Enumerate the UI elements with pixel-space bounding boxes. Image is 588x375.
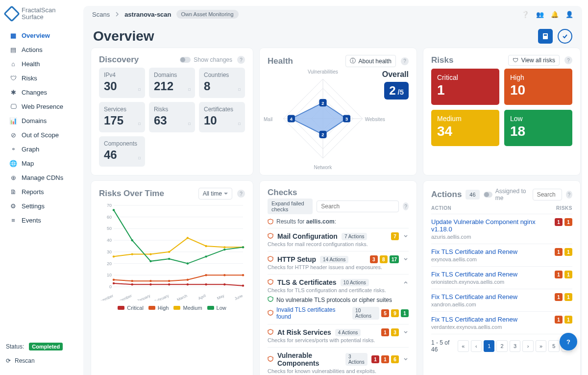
count-pill: 5 <box>381 309 389 317</box>
axis-websites: Websites <box>365 117 385 122</box>
page-count[interactable]: 5 <box>548 340 559 352</box>
page-2[interactable]: 2 <box>496 340 507 352</box>
count-pill: 3 <box>370 255 378 263</box>
help-icon[interactable]: ? <box>237 56 245 64</box>
sidebar-item-settings[interactable]: ⚙Settings <box>6 200 77 213</box>
expand-failed-button[interactable]: Expand failed checks <box>268 199 313 214</box>
chevron-right-icon <box>115 12 120 17</box>
user-icon[interactable]: 👤 <box>565 11 573 18</box>
risk-tile-low[interactable]: Low18 <box>504 110 572 146</box>
action-row[interactable]: Fix TLS Certificate and Renewxandron.ael… <box>431 289 572 312</box>
crumb-scan[interactable]: astranova-scan <box>124 11 171 18</box>
logo[interactable]: FractalScanSurface <box>6 7 77 20</box>
discovery-tile-domains[interactable]: Domains212▫ <box>149 68 195 98</box>
discovery-tile-risks[interactable]: Risks63▫ <box>149 102 195 132</box>
page-title: Overview <box>93 28 154 44</box>
sidebar-item-risks[interactable]: 🛡Risks <box>6 72 77 85</box>
toggle-icon <box>484 192 492 198</box>
sidebar-item-manage-cdns[interactable]: ⊕Manage CDNs <box>6 171 77 184</box>
discovery-tile-countries[interactable]: Countries8▫ <box>199 68 245 98</box>
discovery-tile-services[interactable]: Services175▫ <box>99 102 145 132</box>
sidebar-item-web-presence[interactable]: 🖵Web Presence <box>6 100 77 113</box>
time-range-select[interactable]: All time <box>198 188 232 200</box>
actions-count-chip: 14 Actions <box>320 256 348 263</box>
help-icon[interactable]: ? <box>401 57 409 65</box>
net-icon: ⊕ <box>10 175 17 181</box>
count-pill: 1 <box>564 293 572 301</box>
health-title: Health <box>268 56 293 66</box>
risk-tile-high[interactable]: High10 <box>504 69 572 105</box>
rescan-button[interactable]: ⟳ Rescan <box>6 355 77 366</box>
actions-card: Actions 46 Assigned to me ? ACTIONRISKS … <box>423 181 580 375</box>
svg-point-62 <box>149 260 151 262</box>
svg-text:0: 0 <box>109 284 112 289</box>
page-first[interactable]: « <box>458 340 468 352</box>
risk-tile-medium[interactable]: Medium34 <box>431 110 499 146</box>
svg-point-50 <box>223 274 225 276</box>
sidebar-item-map[interactable]: 🌐Map <box>6 157 77 170</box>
actions-search-input[interactable] <box>533 189 562 200</box>
help-icon[interactable]: ? <box>403 202 409 210</box>
svg-point-67 <box>242 246 244 248</box>
check-tls-certificates: TLS & Certificates 10 Actions Checks for… <box>268 274 409 324</box>
svg-point-60 <box>113 209 115 211</box>
bell-icon[interactable]: 🔔 <box>551 11 559 18</box>
grid-icon: ▦ <box>10 32 17 39</box>
svg-point-48 <box>187 279 189 281</box>
chart-legend: Critical High Medium Low <box>99 305 245 311</box>
help-icon[interactable]: ? <box>237 190 245 198</box>
help-icon[interactable]: ? <box>564 56 572 64</box>
help-icon[interactable]: ❔ <box>521 11 529 18</box>
action-row[interactable]: Update Vulnerable Component nginx v1.18.… <box>431 214 572 244</box>
svg-point-44 <box>113 279 115 281</box>
sidebar-item-overview[interactable]: ▦Overview <box>6 29 77 42</box>
svg-point-37 <box>131 283 133 285</box>
svg-point-36 <box>113 282 115 284</box>
svg-text:May: May <box>217 294 225 300</box>
results-for-line: Results for aellis.com: <box>268 218 409 225</box>
about-health-button[interactable]: ⓘ About health <box>345 55 396 67</box>
team-icon[interactable]: 👥 <box>536 11 544 18</box>
logo-mark-icon <box>3 5 20 22</box>
svg-text:November: November <box>99 294 114 300</box>
shield-alert-icon <box>268 310 273 317</box>
check-fail-line[interactable]: Invalid TLS certificates found 10 Action… <box>268 306 409 320</box>
page-1[interactable]: 1 <box>484 340 494 352</box>
assigned-to-me-toggle[interactable]: Assigned to me <box>484 188 529 201</box>
discovery-tile-components[interactable]: Components46▫ <box>99 136 145 167</box>
svg-text:December: December <box>114 294 133 300</box>
crumb-root[interactable]: Scans <box>92 11 110 18</box>
sidebar-item-reports[interactable]: 🗎Reports <box>6 185 77 199</box>
checks-search-input[interactable] <box>317 200 399 212</box>
verify-button[interactable] <box>558 29 572 44</box>
sidebar: FractalScanSurface ▦Overview▤Actions⌂Hea… <box>0 0 83 375</box>
sidebar-item-domains[interactable]: 📊Domains <box>6 114 77 127</box>
sidebar-item-health[interactable]: ⌂Health <box>6 57 77 71</box>
action-row[interactable]: Fix TLS Certificate and Renewexynova.ael… <box>431 244 572 267</box>
page-last[interactable]: » <box>536 340 546 352</box>
plug-icon: ▫ <box>138 152 141 164</box>
page-3[interactable]: 3 <box>510 340 520 352</box>
discovery-tile-ipv4[interactable]: IPv430▫ <box>99 68 145 98</box>
risk-tile-critical[interactable]: Critical1 <box>431 69 499 105</box>
help-icon[interactable]: ? <box>566 191 572 199</box>
monitor-icon: 🖵 <box>10 103 17 110</box>
page-prev[interactable]: ‹ <box>471 340 482 352</box>
save-report-button[interactable] <box>538 29 553 44</box>
sidebar-item-actions[interactable]: ▤Actions <box>6 43 77 56</box>
page-next[interactable]: › <box>522 340 533 352</box>
svg-point-56 <box>187 237 189 239</box>
action-row[interactable]: Fix TLS Certificate and Renewverdantex.e… <box>431 312 572 334</box>
cog-icon: ⚙ <box>10 203 17 210</box>
sidebar-item-events[interactable]: ≡Events <box>6 214 77 227</box>
discovery-tile-certificates[interactable]: Certificates10▫ <box>199 102 245 132</box>
sidebar-item-graph[interactable]: ⚬Graph <box>6 143 77 156</box>
view-all-risks-button[interactable]: 🛡 View all risks <box>508 55 560 66</box>
sidebar-item-out-of-scope[interactable]: ⊘Out of Scope <box>6 128 77 142</box>
refresh-icon: ⟳ <box>6 357 11 364</box>
count-pill: 6 <box>391 355 399 363</box>
action-row[interactable]: Fix TLS Certificate and Reneworionistech… <box>431 267 572 289</box>
show-changes-toggle[interactable]: Show changes <box>180 56 232 63</box>
sidebar-item-changes[interactable]: ✱Changes <box>6 86 77 99</box>
help-fab[interactable]: ? <box>560 333 577 350</box>
